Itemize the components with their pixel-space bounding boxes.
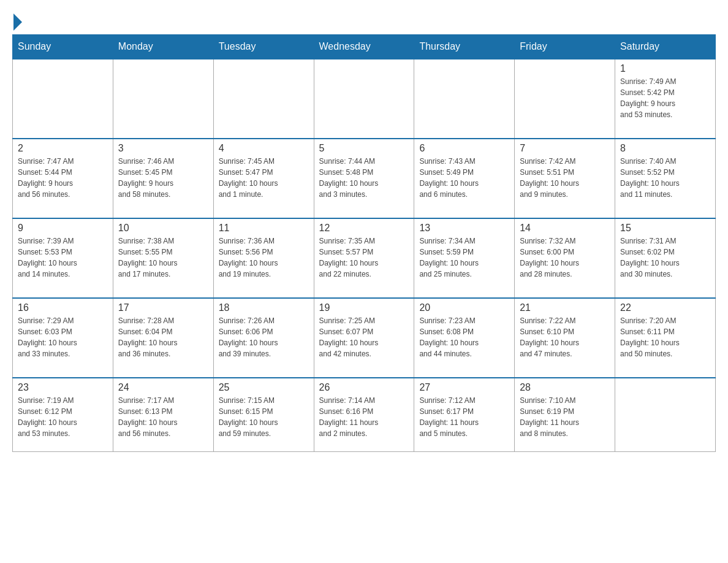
day-info: Sunrise: 7:36 AM Sunset: 5:56 PM Dayligh… <box>219 236 309 280</box>
day-info: Sunrise: 7:26 AM Sunset: 6:06 PM Dayligh… <box>219 315 309 359</box>
calendar-cell: 4Sunrise: 7:45 AM Sunset: 5:47 PM Daylig… <box>213 139 314 218</box>
calendar-cell <box>314 59 414 139</box>
calendar-cell: 27Sunrise: 7:12 AM Sunset: 6:17 PM Dayli… <box>414 378 515 451</box>
day-info: Sunrise: 7:20 AM Sunset: 6:11 PM Dayligh… <box>620 315 710 359</box>
day-number: 15 <box>620 223 710 234</box>
day-info: Sunrise: 7:45 AM Sunset: 5:47 PM Dayligh… <box>219 156 309 200</box>
day-number: 8 <box>620 143 710 154</box>
day-info: Sunrise: 7:39 AM Sunset: 5:53 PM Dayligh… <box>18 236 108 280</box>
day-info: Sunrise: 7:28 AM Sunset: 6:04 PM Dayligh… <box>118 315 208 359</box>
day-number: 22 <box>620 302 710 313</box>
day-number: 18 <box>219 302 309 313</box>
calendar-cell: 24Sunrise: 7:17 AM Sunset: 6:13 PM Dayli… <box>113 378 213 451</box>
calendar-cell: 12Sunrise: 7:35 AM Sunset: 5:57 PM Dayli… <box>314 218 414 298</box>
week-row-1: 1Sunrise: 7:49 AM Sunset: 5:42 PM Daylig… <box>13 59 716 139</box>
day-info: Sunrise: 7:49 AM Sunset: 5:42 PM Dayligh… <box>620 76 710 120</box>
day-info: Sunrise: 7:32 AM Sunset: 6:00 PM Dayligh… <box>520 236 610 280</box>
page-header <box>12 12 716 28</box>
day-info: Sunrise: 7:15 AM Sunset: 6:15 PM Dayligh… <box>219 395 309 439</box>
day-number: 14 <box>520 223 610 234</box>
day-info: Sunrise: 7:22 AM Sunset: 6:10 PM Dayligh… <box>520 315 610 359</box>
calendar-header-tuesday: Tuesday <box>213 35 314 59</box>
day-info: Sunrise: 7:46 AM Sunset: 5:45 PM Dayligh… <box>118 156 208 200</box>
day-info: Sunrise: 7:43 AM Sunset: 5:49 PM Dayligh… <box>419 156 509 200</box>
calendar-cell: 17Sunrise: 7:28 AM Sunset: 6:04 PM Dayli… <box>113 298 213 378</box>
calendar-cell: 28Sunrise: 7:10 AM Sunset: 6:19 PM Dayli… <box>515 378 615 451</box>
calendar-header-monday: Monday <box>113 35 213 59</box>
calendar-cell <box>515 59 615 139</box>
calendar-cell <box>13 59 113 139</box>
calendar-header-wednesday: Wednesday <box>314 35 414 59</box>
calendar-cell: 26Sunrise: 7:14 AM Sunset: 6:16 PM Dayli… <box>314 378 414 451</box>
day-info: Sunrise: 7:47 AM Sunset: 5:44 PM Dayligh… <box>18 156 108 200</box>
calendar-cell: 16Sunrise: 7:29 AM Sunset: 6:03 PM Dayli… <box>13 298 113 378</box>
day-info: Sunrise: 7:38 AM Sunset: 5:55 PM Dayligh… <box>118 236 208 280</box>
calendar-cell: 7Sunrise: 7:42 AM Sunset: 5:51 PM Daylig… <box>515 139 615 218</box>
day-number: 1 <box>620 63 710 74</box>
day-info: Sunrise: 7:14 AM Sunset: 6:16 PM Dayligh… <box>319 395 409 439</box>
day-info: Sunrise: 7:42 AM Sunset: 5:51 PM Dayligh… <box>520 156 610 200</box>
day-info: Sunrise: 7:10 AM Sunset: 6:19 PM Dayligh… <box>520 395 610 439</box>
day-number: 10 <box>118 223 208 234</box>
day-number: 7 <box>520 143 610 154</box>
day-number: 3 <box>118 143 208 154</box>
calendar-header-row: SundayMondayTuesdayWednesdayThursdayFrid… <box>13 35 716 59</box>
day-info: Sunrise: 7:25 AM Sunset: 6:07 PM Dayligh… <box>319 315 409 359</box>
calendar-cell: 8Sunrise: 7:40 AM Sunset: 5:52 PM Daylig… <box>615 139 716 218</box>
day-number: 2 <box>18 143 108 154</box>
calendar-table: SundayMondayTuesdayWednesdayThursdayFrid… <box>12 34 716 452</box>
calendar-cell <box>213 59 314 139</box>
calendar-cell: 11Sunrise: 7:36 AM Sunset: 5:56 PM Dayli… <box>213 218 314 298</box>
calendar-cell: 19Sunrise: 7:25 AM Sunset: 6:07 PM Dayli… <box>314 298 414 378</box>
day-info: Sunrise: 7:17 AM Sunset: 6:13 PM Dayligh… <box>118 395 208 439</box>
calendar-cell <box>414 59 515 139</box>
week-row-2: 2Sunrise: 7:47 AM Sunset: 5:44 PM Daylig… <box>13 139 716 218</box>
calendar-cell: 23Sunrise: 7:19 AM Sunset: 6:12 PM Dayli… <box>13 378 113 451</box>
calendar-cell: 15Sunrise: 7:31 AM Sunset: 6:02 PM Dayli… <box>615 218 716 298</box>
calendar-header-thursday: Thursday <box>414 35 515 59</box>
day-number: 13 <box>419 223 509 234</box>
day-number: 6 <box>419 143 509 154</box>
calendar-cell: 14Sunrise: 7:32 AM Sunset: 6:00 PM Dayli… <box>515 218 615 298</box>
logo-triangle-icon <box>13 13 22 31</box>
day-number: 12 <box>319 223 409 234</box>
day-info: Sunrise: 7:44 AM Sunset: 5:48 PM Dayligh… <box>319 156 409 200</box>
day-info: Sunrise: 7:23 AM Sunset: 6:08 PM Dayligh… <box>419 315 509 359</box>
calendar-header-friday: Friday <box>515 35 615 59</box>
calendar-header-sunday: Sunday <box>13 35 113 59</box>
calendar-cell: 21Sunrise: 7:22 AM Sunset: 6:10 PM Dayli… <box>515 298 615 378</box>
calendar-cell: 2Sunrise: 7:47 AM Sunset: 5:44 PM Daylig… <box>13 139 113 218</box>
day-info: Sunrise: 7:31 AM Sunset: 6:02 PM Dayligh… <box>620 236 710 280</box>
day-info: Sunrise: 7:12 AM Sunset: 6:17 PM Dayligh… <box>419 395 509 439</box>
calendar-cell <box>113 59 213 139</box>
day-number: 26 <box>319 382 409 393</box>
day-number: 23 <box>18 382 108 393</box>
calendar-cell: 13Sunrise: 7:34 AM Sunset: 5:59 PM Dayli… <box>414 218 515 298</box>
calendar-cell: 20Sunrise: 7:23 AM Sunset: 6:08 PM Dayli… <box>414 298 515 378</box>
calendar-cell: 5Sunrise: 7:44 AM Sunset: 5:48 PM Daylig… <box>314 139 414 218</box>
day-number: 9 <box>18 223 108 234</box>
calendar-cell: 6Sunrise: 7:43 AM Sunset: 5:49 PM Daylig… <box>414 139 515 218</box>
calendar-cell: 22Sunrise: 7:20 AM Sunset: 6:11 PM Dayli… <box>615 298 716 378</box>
day-number: 24 <box>118 382 208 393</box>
day-number: 20 <box>419 302 509 313</box>
calendar-cell: 1Sunrise: 7:49 AM Sunset: 5:42 PM Daylig… <box>615 59 716 139</box>
week-row-5: 23Sunrise: 7:19 AM Sunset: 6:12 PM Dayli… <box>13 378 716 451</box>
day-number: 28 <box>520 382 610 393</box>
calendar-cell: 18Sunrise: 7:26 AM Sunset: 6:06 PM Dayli… <box>213 298 314 378</box>
day-number: 21 <box>520 302 610 313</box>
day-info: Sunrise: 7:29 AM Sunset: 6:03 PM Dayligh… <box>18 315 108 359</box>
calendar-header-saturday: Saturday <box>615 35 716 59</box>
day-number: 19 <box>319 302 409 313</box>
day-info: Sunrise: 7:35 AM Sunset: 5:57 PM Dayligh… <box>319 236 409 280</box>
calendar-cell <box>615 378 716 451</box>
day-info: Sunrise: 7:34 AM Sunset: 5:59 PM Dayligh… <box>419 236 509 280</box>
week-row-3: 9Sunrise: 7:39 AM Sunset: 5:53 PM Daylig… <box>13 218 716 298</box>
day-number: 5 <box>319 143 409 154</box>
day-number: 16 <box>18 302 108 313</box>
calendar-cell: 10Sunrise: 7:38 AM Sunset: 5:55 PM Dayli… <box>113 218 213 298</box>
day-number: 17 <box>118 302 208 313</box>
logo <box>12 12 22 28</box>
day-info: Sunrise: 7:19 AM Sunset: 6:12 PM Dayligh… <box>18 395 108 439</box>
week-row-4: 16Sunrise: 7:29 AM Sunset: 6:03 PM Dayli… <box>13 298 716 378</box>
